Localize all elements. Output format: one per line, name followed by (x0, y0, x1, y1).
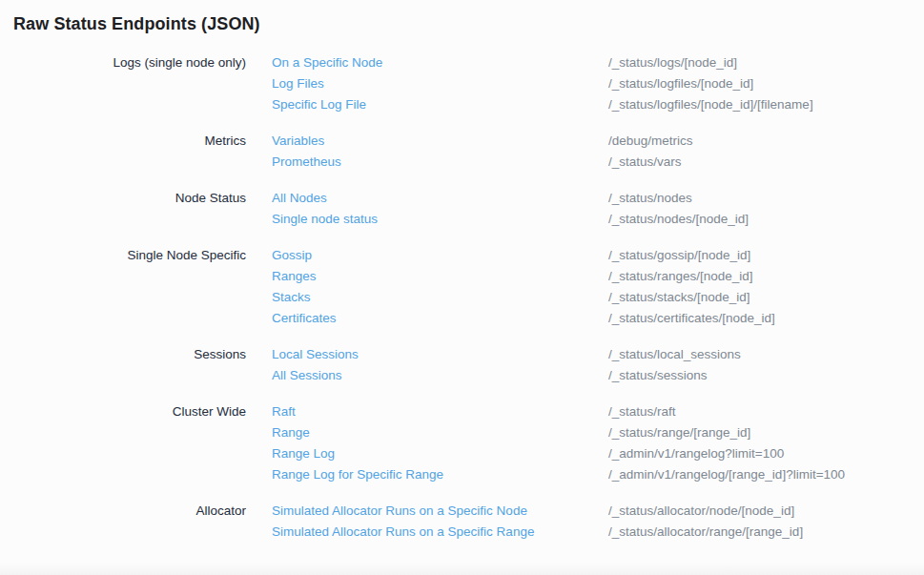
link-variables[interactable]: Variables (272, 131, 324, 152)
link-range-log-specific-range[interactable]: Range Log for Specific Range (272, 464, 443, 485)
url-status-allocator-node: /_status/allocator/node/[node_id] (608, 501, 924, 522)
url-status-raft: /_status/raft (608, 401, 924, 422)
link-local-sessions[interactable]: Local Sessions (272, 344, 359, 365)
url-status-stacks: /_status/stacks/[node_id] (608, 287, 924, 308)
endpoint-group-allocator: Allocator Simulated Allocator Runs on a … (0, 501, 924, 543)
url-status-vars: /_status/vars (608, 152, 924, 173)
url-status-logfiles: /_status/logfiles/[node_id] (608, 73, 924, 94)
endpoint-group-node-status: Node Status All Nodes Single node status… (0, 188, 924, 230)
link-all-sessions[interactable]: All Sessions (272, 365, 342, 386)
url-status-ranges: /_status/ranges/[node_id] (608, 266, 924, 287)
endpoint-group-metrics: Metrics Variables Prometheus /debug/metr… (0, 131, 924, 173)
url-status-logs: /_status/logs/[node_id] (608, 52, 924, 73)
url-status-gossip: /_status/gossip/[node_id] (608, 245, 924, 266)
link-simulated-allocator-range[interactable]: Simulated Allocator Runs on a Specific R… (272, 522, 534, 543)
page-title: Raw Status Endpoints (JSON) (13, 12, 924, 35)
url-status-allocator-range: /_status/allocator/range/[range_id] (608, 522, 924, 543)
url-admin-rangelog: /_admin/v1/rangelog?limit=100 (608, 443, 924, 464)
endpoint-group-sessions: Sessions Local Sessions All Sessions /_s… (0, 344, 924, 386)
url-status-sessions: /_status/sessions (608, 365, 924, 386)
link-range-log[interactable]: Range Log (272, 443, 335, 464)
category-label-sessions: Sessions (0, 344, 246, 386)
endpoint-group-logs: Logs (single node only) On a Specific No… (0, 52, 924, 115)
link-log-files[interactable]: Log Files (272, 73, 324, 94)
link-stacks[interactable]: Stacks (272, 287, 311, 308)
category-label-logs: Logs (single node only) (0, 52, 246, 115)
category-label-node-status: Node Status (0, 188, 246, 230)
url-debug-metrics: /debug/metrics (608, 131, 924, 152)
category-label-single-node-specific: Single Node Specific (0, 245, 246, 329)
url-status-range: /_status/range/[range_id] (608, 422, 924, 443)
url-status-nodes-node-id: /_status/nodes/[node_id] (608, 209, 924, 230)
link-specific-log-file[interactable]: Specific Log File (272, 94, 366, 115)
category-label-cluster-wide: Cluster Wide (0, 401, 246, 485)
link-ranges[interactable]: Ranges (272, 266, 317, 287)
link-prometheus[interactable]: Prometheus (272, 152, 341, 173)
debug-endpoints-page: Raw Status Endpoints (JSON) Logs (single… (0, 12, 924, 575)
link-range[interactable]: Range (272, 422, 310, 443)
endpoint-group-single-node-specific: Single Node Specific Gossip Ranges Stack… (0, 245, 924, 329)
url-status-local-sessions: /_status/local_sessions (608, 344, 924, 365)
link-gossip[interactable]: Gossip (272, 245, 312, 266)
endpoint-groups: Logs (single node only) On a Specific No… (0, 52, 924, 543)
url-status-nodes: /_status/nodes (608, 188, 924, 209)
category-label-allocator: Allocator (0, 501, 246, 543)
url-admin-rangelog-range-id: /_admin/v1/rangelog/[range_id]?limit=100 (608, 464, 924, 485)
link-certificates[interactable]: Certificates (272, 308, 337, 329)
url-status-logfiles-filename: /_status/logfiles/[node_id]/[filename] (608, 94, 924, 115)
link-on-a-specific-node[interactable]: On a Specific Node (272, 52, 382, 73)
page-bottom-gutter (0, 563, 924, 575)
link-simulated-allocator-node[interactable]: Simulated Allocator Runs on a Specific N… (272, 501, 527, 522)
url-status-certificates: /_status/certificates/[node_id] (608, 308, 924, 329)
link-all-nodes[interactable]: All Nodes (272, 188, 327, 209)
category-label-metrics: Metrics (0, 131, 246, 173)
link-single-node-status[interactable]: Single node status (272, 209, 378, 230)
endpoint-group-cluster-wide: Cluster Wide Raft Range Range Log Range … (0, 401, 924, 485)
link-raft[interactable]: Raft (272, 401, 296, 422)
